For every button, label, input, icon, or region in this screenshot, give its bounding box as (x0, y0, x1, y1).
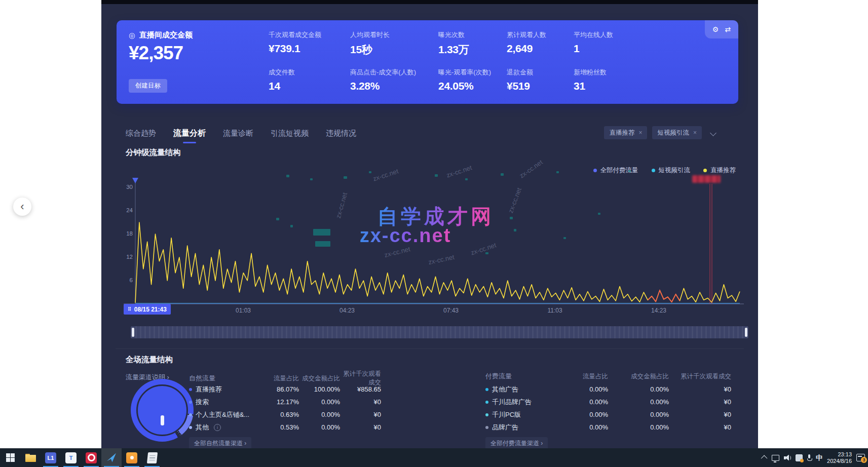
clock[interactable]: 23:13 2024/8/16 (827, 451, 852, 464)
table-row[interactable]: 搜索12.17%0.00%¥0 (189, 396, 381, 408)
metric-label: 退款金额 (507, 68, 533, 77)
table-row[interactable]: 千川品牌广告0.00%0.00%¥0 (485, 396, 731, 408)
metric-value: ¥739.1 (269, 43, 321, 55)
table-row[interactable]: 品牌广告0.00%0.00%¥0 (485, 421, 731, 434)
ime-indicator[interactable]: 中 (816, 453, 822, 462)
row-label-text: 其他广告 (492, 385, 518, 394)
tab-流量分析[interactable]: 流量分析 (173, 128, 206, 139)
volume-icon[interactable] (784, 455, 791, 461)
row-label-text: 千川品牌广告 (492, 398, 532, 407)
table-row[interactable]: 其他i0.53%0.00%¥0 (189, 421, 381, 434)
chart-annotation-badge (692, 175, 721, 183)
row-value: 0.00% (299, 423, 340, 431)
metric: 累计观看人数2,649 (507, 30, 546, 55)
more-channels-link[interactable]: 全部自然流量渠道 › (189, 437, 251, 448)
analysis-tabs: 综合趋势流量分析流量诊断引流短视频违规情况 (126, 125, 356, 142)
carousel-prev-button[interactable]: ‹ (13, 198, 31, 216)
row-label-text: 其他 (196, 423, 209, 432)
metric-label: 商品点击-成交率(人数) (350, 68, 416, 77)
clock-date: 2024/8/16 (827, 458, 852, 464)
scrollbar-left-handle[interactable] (132, 328, 134, 337)
drag-handle-icon: ⠿ (128, 306, 131, 312)
microphone-icon[interactable] (807, 454, 811, 461)
minute-section-title: 分钟级流量结构 (126, 147, 181, 158)
tab-引流短视频[interactable]: 引流短视频 (271, 129, 309, 138)
tray-app-badge-icon[interactable] (796, 454, 803, 461)
metric-value: 14 (269, 80, 295, 92)
metric-value: 24.05% (438, 80, 491, 92)
table-row[interactable]: 千川PC版0.00%0.00%¥0 (485, 408, 731, 421)
taskbar-button-orange-app[interactable] (122, 448, 142, 467)
notification-center-icon[interactable]: 3 (856, 454, 865, 461)
row-value: 0.00% (608, 398, 669, 406)
overall-section-title: 全场流量结构 (126, 355, 173, 365)
browser-icon (86, 452, 97, 463)
taskbar-button-lt-app[interactable]: L1 (41, 448, 61, 467)
chart-range-scrollbar[interactable] (131, 326, 748, 338)
row-label: 其他i (189, 423, 258, 432)
series-highlight-segment (648, 290, 680, 302)
start-time-label: 08/15 21:43 (134, 306, 167, 313)
row-label-text: 直播推荐 (196, 385, 222, 394)
speckle (628, 170, 631, 172)
info-icon[interactable]: i (214, 424, 221, 431)
taskbar-button-notepad[interactable] (142, 448, 162, 467)
row-value: ¥0 (669, 411, 731, 418)
row-value: ¥858.65 (340, 385, 381, 393)
close-icon[interactable]: × (693, 129, 697, 136)
row-label: 千川品牌广告 (485, 398, 562, 407)
row-value: ¥0 (669, 385, 731, 393)
window-top-strip (101, 0, 758, 4)
metric-label: 平均在线人数 (574, 30, 613, 40)
more-channels-link[interactable]: 全部付费流量渠道 › (485, 437, 548, 448)
taskbar-button-opera[interactable] (81, 448, 101, 467)
taskbar-button-start[interactable] (0, 448, 20, 467)
metric: 新增粉丝数31 (574, 68, 607, 92)
tab-流量诊断[interactable]: 流量诊断 (223, 129, 253, 138)
row-label: 直播推荐 (189, 385, 258, 394)
row-dot (485, 426, 488, 429)
x-tick-label: 11:03 (547, 307, 562, 314)
row-value: 12.17% (258, 398, 299, 406)
douyin-compass-window: ◎ 直播间成交金额 ¥2,357 创建目标 千次观看成交金额¥739.1人均观看… (101, 0, 758, 448)
notepad-icon (146, 452, 157, 463)
taskbar-button-explorer[interactable] (20, 448, 41, 467)
live-metrics-banner: ◎ 直播间成交金额 ¥2,357 创建目标 千次观看成交金额¥739.1人均观看… (117, 20, 738, 104)
speckle (598, 213, 600, 215)
row-value: 0.00% (562, 423, 608, 431)
metric: 千次观看成交金额¥739.1 (269, 30, 321, 55)
tray-expand-icon[interactable] (761, 455, 768, 462)
filter-chip[interactable]: 直播推荐× (604, 126, 647, 139)
scrollbar-right-handle[interactable] (745, 328, 747, 337)
row-dot (485, 401, 488, 404)
taskbar-button-teams-app[interactable]: T (61, 448, 81, 467)
speckle (369, 171, 371, 173)
table-header: 自然流量流量占比成交金额占比累计千次观看成交 (189, 370, 381, 383)
close-icon[interactable]: × (638, 129, 642, 136)
notification-badge: 3 (861, 457, 867, 463)
paid-traffic-table: 付费流量流量占比成交金额占比累计千次观看成交其他广告0.00%0.00%¥0千川… (485, 370, 731, 448)
row-value: 0.00% (608, 423, 669, 431)
network-icon[interactable] (772, 455, 779, 461)
filter-chip[interactable]: 短视频引流× (652, 126, 702, 139)
speckle (310, 178, 313, 180)
metric-value: 31 (574, 80, 607, 92)
x-axis-start-badge[interactable]: ⠿ 08/15 21:43 (124, 304, 171, 315)
tab-综合趋势[interactable]: 综合趋势 (126, 129, 156, 138)
tab-违规情况[interactable]: 违规情况 (326, 129, 356, 138)
gear-icon[interactable]: ⚙ (712, 26, 719, 33)
chevron-down-icon[interactable] (710, 130, 716, 136)
metric: 成交件数14 (269, 68, 295, 92)
pointer-app-icon (107, 453, 116, 462)
speckle (290, 225, 293, 227)
table-row[interactable]: 其他广告0.00%0.00%¥0 (485, 383, 731, 396)
swap-icon[interactable]: ⇄ (725, 26, 731, 33)
taskbar-button-pointer-app[interactable] (101, 448, 122, 467)
watermark-site: zx-cc.net (360, 225, 451, 247)
metric-value: 15秒 (350, 43, 390, 57)
row-value: ¥0 (669, 398, 731, 406)
speckle (501, 173, 504, 176)
metrics-row-2: 成交件数14商品点击-成交率(人数)3.28%曝光-观看率(次数)24.05%退… (117, 68, 738, 103)
table-row[interactable]: 个人主页&店铺&...0.63%0.00%¥0 (189, 408, 381, 421)
metric-label: 累计观看人数 (507, 30, 546, 40)
